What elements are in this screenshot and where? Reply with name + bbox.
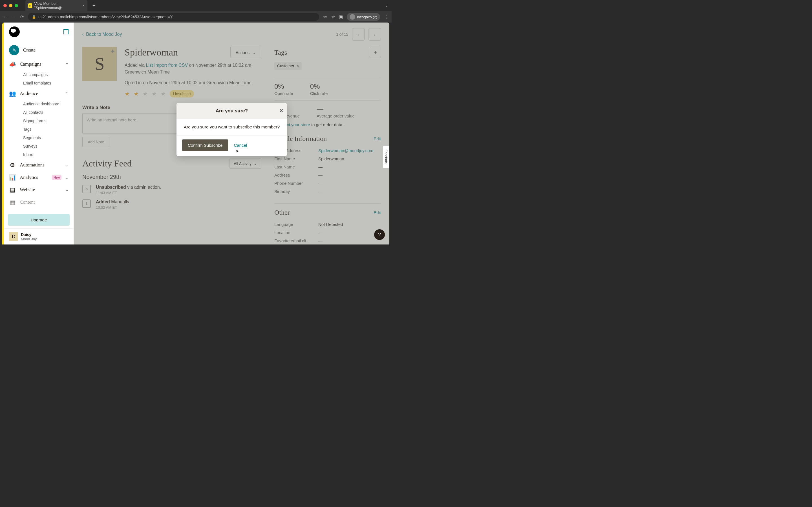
reload-button[interactable]: ⟳: [20, 14, 24, 20]
close-tab-icon[interactable]: ×: [82, 3, 85, 8]
modal-body-text: Are you sure you want to subscribe this …: [176, 119, 287, 135]
mailchimp-logo-icon[interactable]: [9, 26, 20, 37]
upgrade-button[interactable]: Upgrade: [8, 214, 70, 226]
nav-automations[interactable]: ⚙ Automations ⌄: [4, 159, 73, 171]
lock-icon: 🔒: [32, 15, 36, 19]
user-name: Daisy: [21, 232, 37, 237]
user-avatar: D: [9, 232, 18, 241]
new-badge: New: [52, 175, 61, 180]
nav-all-contacts[interactable]: All contacts: [4, 108, 73, 117]
eye-off-icon[interactable]: 👁: [323, 15, 327, 19]
collapse-sidebar-button[interactable]: [63, 29, 68, 34]
cursor-icon: ➤: [236, 149, 239, 153]
window-minimize-icon[interactable]: [9, 4, 12, 7]
cancel-button[interactable]: Cancel: [234, 143, 247, 148]
people-icon: 👥: [9, 90, 16, 97]
url-text: us21.admin.mailchimp.com/lists/members/v…: [38, 15, 172, 19]
nav-segments[interactable]: Segments: [4, 133, 73, 142]
tabs-dropdown-icon[interactable]: ⌄: [386, 4, 388, 8]
create-label: Create: [23, 47, 68, 53]
confirm-subscribe-button[interactable]: Confirm Subscribe: [182, 139, 228, 151]
nav-audience-dashboard[interactable]: Audience dashboard: [4, 100, 73, 108]
chevron-down-icon: ⌄: [65, 188, 68, 192]
bookmark-icon[interactable]: ☆: [331, 14, 335, 19]
new-tab-button[interactable]: +: [93, 3, 96, 9]
nav-campaigns[interactable]: 📣 Campaigns ⌃: [4, 58, 73, 70]
tab-title: View Member "Spiderwoman@: [35, 1, 79, 10]
incognito-label: Incognito (2): [357, 15, 377, 19]
chevron-down-icon: ⌄: [65, 175, 68, 180]
nav-signup-forms[interactable]: Signup forms: [4, 117, 73, 125]
address-bar[interactable]: 🔒 us21.admin.mailchimp.com/lists/members…: [28, 13, 319, 21]
forward-button: →: [12, 14, 16, 19]
chevron-up-icon: ⌃: [65, 62, 68, 66]
bar-chart-icon: 📊: [9, 174, 16, 181]
nav-surveys[interactable]: Surveys: [4, 142, 73, 151]
automation-icon: ⚙: [9, 162, 16, 168]
window-maximize-icon[interactable]: [15, 4, 18, 7]
user-org: Mood Joy: [21, 237, 37, 241]
close-modal-button[interactable]: ×: [280, 107, 283, 114]
confirm-modal: Are you sure? × Are you sure you want to…: [176, 103, 287, 156]
nav-website[interactable]: ▤ Website ⌄: [4, 184, 73, 196]
browser-tab[interactable]: m View Member "Spiderwoman@ ×: [26, 0, 87, 11]
layout-icon: ▤: [9, 186, 16, 193]
panel-icon[interactable]: ▣: [339, 14, 343, 19]
nav-audience[interactable]: 👥 Audience ⌃: [4, 87, 73, 100]
nav-all-campaigns[interactable]: All campaigns: [4, 70, 73, 79]
pencil-icon: ✎: [12, 48, 16, 53]
user-menu[interactable]: D Daisy Mood Joy: [4, 228, 73, 244]
incognito-icon: [350, 14, 355, 20]
nav-tags[interactable]: Tags: [4, 125, 73, 133]
nav-inbox[interactable]: Inbox: [4, 151, 73, 159]
nav-analytics[interactable]: 📊 Analytics New ⌄: [4, 171, 73, 184]
create-button[interactable]: ✎ Create: [4, 42, 73, 58]
chevron-down-icon: ⌄: [65, 163, 68, 167]
incognito-badge[interactable]: Incognito (2): [347, 13, 380, 21]
help-button[interactable]: ?: [374, 229, 385, 240]
window-close-icon[interactable]: [3, 4, 7, 7]
megaphone-icon: 📣: [9, 61, 16, 68]
chevron-up-icon: ⌃: [65, 92, 68, 96]
modal-title: Are you sure?: [216, 108, 248, 114]
browser-menu-icon[interactable]: ⋮: [384, 14, 388, 19]
nav-content[interactable]: ▦ Content: [4, 196, 73, 209]
content-icon: ▦: [9, 199, 16, 206]
favicon-icon: m: [28, 3, 32, 8]
back-button[interactable]: ←: [3, 14, 8, 19]
nav-email-templates[interactable]: Email templates: [4, 79, 73, 87]
feedback-tab[interactable]: Feedback: [383, 146, 389, 168]
